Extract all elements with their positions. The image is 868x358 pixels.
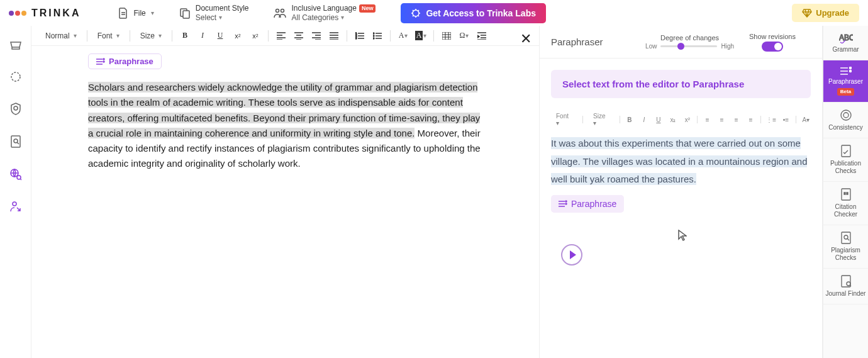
left-sidebar [0, 26, 31, 358]
degree-label: Degree of changes [660, 34, 719, 42]
editor-toolbar: Normal▾ Font▾ Size▾ B I U x2 x2 123 A▾ A… [31, 26, 539, 46]
inclusive-value: All Categories [291, 13, 338, 22]
tool-citation[interactable]: Citation Checker [823, 182, 868, 225]
highlight-button[interactable]: A▾ [413, 28, 428, 43]
consistency-icon [840, 109, 852, 121]
mini-ul[interactable]: •≡ [781, 115, 791, 125]
mini-toolbar: Font ▾ Size ▾ B I U x₂ x² ≡ ≡ ≡ ≡ ⋮≡ •≡ … [551, 109, 811, 135]
svg-rect-18 [442, 32, 451, 40]
svg-point-19 [103, 59, 104, 60]
bold-button[interactable]: B [177, 28, 192, 43]
tool-citation-label: Citation Checker [825, 203, 867, 218]
refresh-icon[interactable] [10, 71, 21, 82]
sparkle-icon [411, 8, 421, 18]
align-center-button[interactable] [291, 28, 306, 43]
tool-grammar[interactable]: ABC Grammar [823, 26, 868, 60]
mini-bold[interactable]: B [625, 115, 634, 125]
topbar: TRINKA File ▾ Document Style Select ▾ In… [0, 0, 868, 26]
subscript-button[interactable]: x2 [230, 28, 245, 43]
superscript-button[interactable]: x2 [248, 28, 263, 43]
file-menu[interactable]: File ▾ [118, 8, 153, 19]
mini-align-l[interactable]: ≡ [703, 115, 712, 125]
sample-text[interactable]: It was about this experiments that were … [551, 135, 811, 189]
mini-align-c[interactable]: ≡ [717, 115, 726, 125]
para-style-select[interactable]: Normal▾ [40, 30, 82, 42]
align-justify-button[interactable] [326, 28, 342, 43]
size-select[interactable]: Size▾ [135, 30, 167, 42]
svg-point-16 [373, 35, 374, 36]
file-label: File [133, 9, 145, 18]
svg-text:ABC: ABC [839, 33, 853, 42]
play-button[interactable] [561, 244, 582, 266]
paraphrase-tag-label: Paraphrase [109, 57, 153, 66]
paraphrase-tag-button[interactable]: Paraphrase [88, 53, 162, 69]
close-panel-button[interactable]: ✕ [520, 31, 531, 47]
mini-font-select[interactable]: Font ▾ [551, 112, 577, 127]
chevron-down-icon: ▾ [219, 14, 222, 21]
svg-point-15 [373, 33, 374, 34]
mini-ol[interactable]: ⋮≡ [766, 115, 776, 125]
inclusive-language-menu[interactable]: Inclusive Language New All Categories ▾ [274, 4, 376, 22]
svg-point-3 [281, 9, 284, 12]
citation-icon [840, 188, 852, 201]
svg-rect-1 [183, 11, 189, 18]
italic-button[interactable]: I [195, 28, 210, 43]
tool-journal-label: Journal Finder [826, 290, 866, 298]
ordered-list-button[interactable]: 123 [352, 28, 367, 43]
mini-sup[interactable]: x² [682, 115, 692, 125]
tool-publication[interactable]: Publication Checks [823, 138, 868, 182]
paraphrase-inline-button[interactable]: Paraphrase [551, 195, 624, 213]
user-arrow-icon[interactable] [10, 201, 21, 212]
mini-align-j[interactable]: ≡ [746, 115, 755, 125]
svg-point-21 [565, 201, 567, 202]
file-icon [118, 8, 128, 19]
mini-underline[interactable]: U [654, 115, 663, 125]
tool-journal[interactable]: Journal Finder [823, 269, 868, 305]
mini-sub[interactable]: x₂ [668, 115, 677, 125]
tool-publication-label: Publication Checks [825, 160, 867, 175]
play-icon [570, 250, 576, 259]
badge-icon[interactable] [10, 103, 21, 115]
paraphraser-icon [840, 67, 852, 76]
tool-consistency[interactable]: Consistency [823, 103, 868, 138]
mini-size-select[interactable]: Size ▾ [588, 112, 615, 127]
omega-button[interactable]: Ω▾ [457, 28, 472, 43]
paraphrase-inline-label: Paraphrase [571, 199, 616, 209]
document-text[interactable]: Scholars and researchers widely acknowle… [88, 80, 482, 172]
logo-text: TRINKA [31, 8, 81, 19]
globe-search-icon[interactable] [9, 168, 22, 181]
svg-point-6 [14, 106, 18, 110]
mini-color[interactable]: A▾ [801, 115, 811, 125]
align-right-button[interactable] [309, 28, 324, 43]
revisions-toggle[interactable] [762, 42, 783, 52]
align-left-button[interactable] [274, 28, 289, 43]
svg-rect-30 [842, 232, 850, 243]
editor-content[interactable]: Paraphrase Scholars and researchers wide… [31, 46, 539, 183]
trinka-labs-button[interactable]: Get Access to Trinka Labs [401, 3, 546, 23]
tool-plagiarism[interactable]: Plagiarism Checks [823, 225, 868, 269]
svg-point-5 [11, 72, 20, 81]
search-doc-icon[interactable] [10, 135, 21, 148]
paraphraser-title: Paraphraser [551, 36, 645, 47]
font-select[interactable]: Font▾ [92, 30, 125, 42]
degree-slider[interactable] [660, 45, 717, 47]
svg-point-27 [843, 113, 849, 118]
paraphrase-icon [96, 58, 105, 65]
inbox-icon[interactable] [9, 41, 22, 51]
tool-grammar-label: Grammar [832, 46, 859, 53]
tool-plagiarism-label: Plagiarism Checks [825, 247, 867, 262]
bullet-list-button[interactable] [370, 28, 385, 43]
table-button[interactable] [439, 28, 454, 43]
text-color-button[interactable]: A▾ [396, 28, 411, 43]
indent-button[interactable] [474, 28, 489, 43]
tool-paraphraser[interactable]: Paraphraser Beta [823, 60, 868, 103]
logo[interactable]: TRINKA [9, 8, 81, 19]
mini-align-r[interactable]: ≡ [732, 115, 741, 125]
labs-button-label: Get Access to Trinka Labs [426, 8, 536, 18]
mini-italic[interactable]: I [639, 115, 648, 125]
upgrade-button[interactable]: Upgrade [792, 4, 859, 22]
chevron-down-icon: ▾ [151, 9, 154, 16]
chevron-down-icon: ▾ [341, 14, 344, 21]
underline-button[interactable]: U [213, 28, 228, 43]
document-style-menu[interactable]: Document Style Select ▾ [179, 4, 249, 22]
